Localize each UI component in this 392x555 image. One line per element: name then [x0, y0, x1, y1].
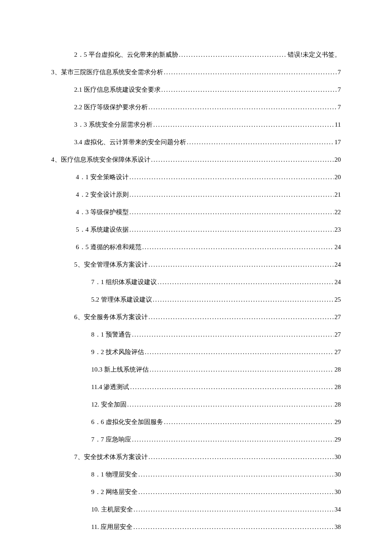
toc-leader-dots: [130, 190, 334, 199]
toc-entry-page: 28: [334, 365, 341, 374]
toc-entry-page: 34: [334, 505, 341, 514]
toc-leader-dots: [187, 138, 334, 147]
toc-entry: 6、安全服务体系方案设计27: [51, 313, 341, 322]
toc-entry-label: 4、医疗信息系统安全保障体系设计: [51, 155, 150, 164]
toc-entry-page: 7: [338, 103, 341, 112]
toc-entry-label: 12. 安全加固: [91, 400, 127, 409]
table-of-contents: 2．5 平台虚拟化、云化带来的新威胁错误!未定义书签。3、某市三院医疗信息系统安…: [51, 50, 341, 532]
toc-entry: 3.4 虚拟化、云计算带来的安全问题分析17: [51, 138, 341, 147]
toc-entry-label: 5、安全管理体系方案设计: [74, 260, 148, 269]
toc-entry-label: 10.3 新上线系统评估: [91, 365, 149, 374]
toc-entry-page: 30: [334, 453, 341, 462]
toc-leader-dots: [133, 523, 334, 532]
toc-leader-dots: [161, 85, 337, 94]
toc-entry-label: 2．5 平台虚拟化、云化带来的新威胁: [74, 50, 178, 59]
toc-entry-page: 23: [334, 225, 341, 234]
toc-leader-dots: [158, 278, 334, 287]
toc-entry-label: 3.4 虚拟化、云计算带来的安全问题分析: [74, 138, 186, 147]
toc-entry-label: 8．1 物理层安全: [91, 470, 138, 479]
toc-leader-dots: [132, 435, 334, 444]
toc-leader-dots: [150, 365, 334, 374]
toc-entry: 4、医疗信息系统安全保障体系设计20: [51, 155, 341, 164]
toc-entry-page: 24: [334, 260, 341, 269]
toc-leader-dots: [130, 208, 334, 217]
toc-leader-dots: [149, 260, 334, 269]
toc-entry-label: 4．3 等级保护模型: [76, 208, 129, 217]
toc-leader-dots: [164, 68, 337, 77]
toc-entry-label: 8．1 预警通告: [91, 330, 131, 339]
toc-entry-label: 7、安全技术体系方案设计: [74, 453, 148, 462]
toc-leader-dots: [130, 173, 334, 182]
toc-leader-dots: [153, 120, 334, 129]
toc-entry-page: 27: [334, 313, 341, 322]
toc-entry-page: 7: [338, 85, 341, 94]
toc-entry: 4．1 安全策略设计20: [51, 173, 341, 182]
toc-leader-dots: [142, 243, 334, 252]
toc-entry: 11.4 渗透测试28: [51, 383, 341, 392]
toc-leader-dots: [179, 50, 287, 59]
toc-entry-label: 9．2 网络层安全: [91, 488, 138, 497]
toc-entry-page: 11: [335, 120, 341, 129]
toc-entry-label: 4．2 安全设计原则: [76, 190, 129, 199]
toc-entry-label: 5.2 管理体系建设建议: [91, 295, 152, 304]
toc-entry: 6．6 虚拟化安全加固服务29: [51, 418, 341, 427]
toc-entry-label: 5．4 系统建设依据: [76, 225, 129, 234]
toc-leader-dots: [138, 488, 334, 497]
toc-entry-page: 27: [334, 348, 341, 357]
toc-entry-label: 2.1 医疗信息系统建设安全要求: [74, 85, 161, 94]
toc-entry: 10.3 新上线系统评估28: [51, 365, 341, 374]
toc-entry-label: 2.2 医疗等级保护要求分析: [74, 103, 148, 112]
toc-entry-label: 7．7 应急响应: [91, 435, 131, 444]
toc-entry: 12. 安全加固28: [51, 400, 341, 409]
toc-entry-page: 21: [334, 190, 341, 199]
toc-leader-dots: [149, 103, 337, 112]
toc-entry: 11. 应用层安全38: [51, 523, 341, 532]
toc-leader-dots: [153, 295, 334, 304]
toc-entry-page: 25: [334, 295, 341, 304]
toc-entry-page: 29: [334, 435, 341, 444]
toc-entry: 2.1 医疗信息系统建设安全要求7: [51, 85, 341, 94]
toc-leader-dots: [134, 505, 334, 514]
toc-leader-dots: [130, 225, 334, 234]
toc-entry-page: 22: [334, 208, 341, 217]
toc-entry-label: 3、某市三院医疗信息系统安全需求分析: [51, 68, 163, 77]
toc-entry-page: 错误!未定义书签。: [288, 50, 341, 59]
toc-entry: 4．2 安全设计原则21: [51, 190, 341, 199]
toc-leader-dots: [149, 453, 334, 462]
toc-entry: 7、安全技术体系方案设计30: [51, 453, 341, 462]
toc-leader-dots: [151, 155, 334, 164]
toc-leader-dots: [138, 470, 334, 479]
toc-entry-page: 17: [334, 138, 341, 147]
toc-leader-dots: [145, 348, 334, 357]
toc-entry: 9．2 技术风险评估27: [51, 348, 341, 357]
toc-entry-page: 20: [334, 155, 341, 164]
toc-entry-label: 9．2 技术风险评估: [91, 348, 144, 357]
toc-entry-label: 10. 主机层安全: [91, 505, 133, 514]
toc-entry-page: 28: [334, 383, 341, 392]
toc-entry: 8．1 物理层安全30: [51, 470, 341, 479]
toc-entry-page: 28: [334, 400, 341, 409]
toc-entry-page: 38: [334, 523, 341, 532]
toc-entry-label: 11. 应用层安全: [91, 523, 133, 532]
toc-entry: 10. 主机层安全34: [51, 505, 341, 514]
toc-entry: 5、安全管理体系方案设计24: [51, 260, 341, 269]
toc-entry: 5.2 管理体系建设建议25: [51, 295, 341, 304]
toc-entry-label: 7．1 组织体系建设建议: [91, 278, 157, 287]
toc-entry-label: 6．6 虚拟化安全加固服务: [91, 418, 163, 427]
toc-entry-page: 29: [334, 418, 341, 427]
toc-entry-label: 4．1 安全策略设计: [76, 173, 129, 182]
toc-entry: 7．1 组织体系建设建议24: [51, 278, 341, 287]
toc-entry-page: 24: [334, 243, 341, 252]
toc-entry-label: 6．5 遵循的标准和规范: [76, 243, 141, 252]
toc-entry: 8．1 预警通告27: [51, 330, 341, 339]
toc-entry-page: 20: [334, 173, 341, 182]
toc-entry: 4．3 等级保护模型22: [51, 208, 341, 217]
toc-entry: 2.2 医疗等级保护要求分析7: [51, 103, 341, 112]
toc-entry: 2．5 平台虚拟化、云化带来的新威胁错误!未定义书签。: [51, 50, 341, 59]
toc-entry-page: 7: [338, 68, 341, 77]
toc-entry-label: 11.4 渗透测试: [91, 383, 129, 392]
toc-leader-dots: [164, 418, 334, 427]
toc-entry: 9．2 网络层安全30: [51, 488, 341, 497]
toc-entry: 6．5 遵循的标准和规范24: [51, 243, 341, 252]
toc-entry: 5．4 系统建设依据23: [51, 225, 341, 234]
